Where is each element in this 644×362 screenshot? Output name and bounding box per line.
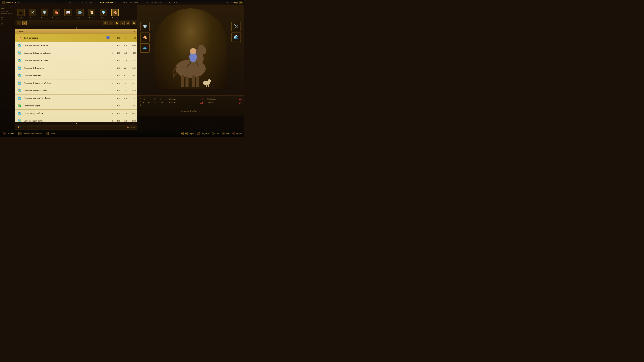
- item-row[interactable]: 🎽 Caparaçon de bourreau simple 100 14.4 …: [15, 57, 137, 64]
- item-weight-10: 12.8: [122, 112, 128, 114]
- item-equip-0: [106, 36, 110, 39]
- lacher-button[interactable]: □ Lâcher: [46, 132, 55, 135]
- armor-val-3: 20: [146, 101, 152, 104]
- tab-livres-label: Livres: [66, 17, 71, 19]
- item-qty-1: 2: [110, 44, 115, 46]
- item-icon-10: 🎽: [16, 110, 22, 116]
- equip-slot-sword[interactable]: ⚔️: [232, 22, 241, 31]
- square-button-2-icon: □: [46, 132, 49, 135]
- nav-journal[interactable]: JOURNAL: [80, 0, 94, 4]
- scroll-up-button[interactable]: ▲: [15, 26, 138, 29]
- list-header-title: Cheval: [17, 30, 24, 33]
- tab-toutes[interactable]: 🏛 Toutes: [15, 8, 27, 19]
- trier-button[interactable]: ↕ Trier: [212, 132, 219, 135]
- item-qty-9: 60: [110, 105, 115, 107]
- square-button-icon: □: [18, 132, 22, 135]
- nav-right: Personnage R2: [228, 1, 242, 4]
- item-row[interactable]: 🎽 Caparaçon de bourreau décoré 2 100 10.…: [15, 42, 137, 49]
- r1-button-icon: R1: [185, 132, 188, 135]
- item-icon-11: 🎽: [16, 118, 22, 122]
- nav-personnage[interactable]: PERSONNAGE: [122, 0, 140, 4]
- svg-rect-12: [208, 84, 209, 87]
- filter-strength[interactable]: 💪: [114, 21, 119, 25]
- item-dur-3: 100: [115, 59, 122, 61]
- r2-button[interactable]: R2: [239, 1, 242, 4]
- item-value-6: 211.9: [128, 82, 136, 84]
- tab-quete[interactable]: 📜 Quête: [86, 8, 98, 19]
- toutes-icon: 🏛: [17, 9, 25, 16]
- l2-button[interactable]: L2: [2, 1, 5, 4]
- item-row[interactable]: 🎽 Caparaçon de Skalice 100 1.7 26.9: [15, 72, 137, 79]
- scroll-down-button[interactable]: ▼: [15, 122, 138, 125]
- tab-armures[interactable]: 🛡️ Armures: [38, 8, 50, 19]
- equip-slots-right: ⚔️ 🌊: [232, 22, 241, 42]
- top-navigation: L2 Infos sur l'objet CARTE JOURNAL INVEN…: [0, 0, 244, 5]
- equip-slot-head[interactable]: 🛡️: [140, 22, 150, 31]
- tab-cheval[interactable]: 🐴 Cheval: [109, 8, 121, 19]
- item-row[interactable]: 🐴 Bride de tournoi 100 2 460: [15, 34, 137, 42]
- filter-bag[interactable]: 👜: [126, 21, 130, 25]
- armor-section: ARMURES: [140, 98, 141, 108]
- tab-armes[interactable]: ⚔️ Armes: [27, 8, 38, 19]
- tab-cheval-label: Cheval: [112, 17, 118, 19]
- stat-capacite: Capacité 338: [169, 102, 204, 104]
- filter-lock[interactable]: 🔒: [132, 21, 136, 25]
- item-dur-2: 100: [115, 52, 122, 54]
- item-dur-7: 100: [115, 90, 122, 92]
- item-value-4: 218.5: [128, 67, 136, 69]
- item-row[interactable]: 🐉 Chanfrein de dragon 60 100 6 1265: [15, 102, 137, 110]
- item-icon-5: 🎽: [16, 73, 22, 78]
- item-weight-2: 33.6: [122, 52, 128, 54]
- x-button-icon: ✕: [3, 132, 6, 135]
- quitter-button[interactable]: ○ Quitter: [232, 132, 242, 135]
- item-name-11: Demi-caparaçon crénelé: [24, 120, 106, 122]
- filter-bar: ≡ A↕ ⛑ # 💪 ❤ 👜 🔒: [15, 20, 138, 26]
- item-dur-8: 100: [115, 97, 122, 99]
- nav-inventaire[interactable]: INVENTAIRE: [99, 0, 117, 4]
- equip-slot-horse[interactable]: 🐴: [140, 32, 150, 42]
- armor-val-4: 20: [152, 101, 158, 104]
- trier-label: Trier: [216, 133, 219, 135]
- item-row[interactable]: 🎽 Demi-caparaçon crénelé 1 100 12.8 262.…: [15, 110, 137, 117]
- nav-fabrication[interactable]: FABRICATION: [144, 0, 163, 4]
- equip-slot-body[interactable]: 🐟: [140, 43, 150, 53]
- transferer-button[interactable]: □ Transférer vers l'inventaire: [18, 132, 42, 135]
- item-weight-9: 6: [122, 105, 128, 107]
- tab-nourriture[interactable]: 🍖 Nourriture: [50, 8, 62, 19]
- item-row[interactable]: 🎽 Caparaçon de Brunswick 100 4.8 218.5: [15, 64, 137, 72]
- aide-icon: ?: [222, 132, 225, 135]
- item-dur-10: 100: [115, 112, 122, 114]
- vitesse-value: 30: [239, 102, 242, 104]
- sort-az-button[interactable]: A↕: [22, 21, 27, 25]
- item-weight-0: 2: [122, 37, 128, 39]
- filter-helmet[interactable]: ⛑: [103, 21, 108, 25]
- capacite-label: Capacité: [169, 102, 176, 104]
- desequiper-button[interactable]: ✕ Déséquiper: [3, 132, 15, 135]
- tab-materiaux[interactable]: ⚙️ Matériaux: [74, 8, 86, 19]
- filter-heart[interactable]: ❤: [120, 21, 124, 25]
- obedience-row: Obéissance de Cabot 55: [140, 109, 242, 114]
- item-dur-1: 100: [115, 44, 122, 46]
- onglets-button[interactable]: L1 R1 Onglets: [180, 132, 194, 135]
- tab-livres[interactable]: 📖 Livres: [62, 8, 74, 19]
- nav-carte[interactable]: CARTE: [66, 0, 76, 4]
- item-row[interactable]: 🎽 Caparaçon de bourreau matelassé 4 100 …: [15, 49, 137, 57]
- filter-button[interactable]: ≡: [16, 21, 21, 25]
- filter-hash[interactable]: #: [109, 21, 113, 25]
- nav-codex[interactable]: CODEX: [168, 0, 179, 4]
- equip-slot-ring[interactable]: 🌊: [232, 32, 241, 42]
- item-row[interactable]: 🎽 Caparaçon matelassé avec harnais 6 100…: [15, 94, 137, 102]
- svg-rect-3: [181, 75, 184, 87]
- armor-val-0: 21: [146, 98, 152, 100]
- item-row[interactable]: 🎽 Caparaçon de tournoi décoré 3 100 8 66…: [15, 87, 137, 94]
- item-weight-6: 5: [122, 82, 128, 84]
- item-row[interactable]: 🎽 Demi-caparaçon crénelé 1 100 12.8 262.…: [15, 117, 137, 122]
- list-close-button[interactable]: ✕: [134, 30, 136, 33]
- categories-button[interactable]: L3 Catégories: [197, 132, 209, 135]
- aide-button[interactable]: ? Aide: [222, 132, 230, 135]
- item-weight-4: 4.8: [122, 67, 128, 69]
- item-row[interactable]: 🎽 Caparaçon de tournoi de Warhorse 2 100…: [15, 79, 137, 87]
- obedience-value: 55: [199, 110, 201, 113]
- tab-autres[interactable]: 💎 Autres: [98, 8, 109, 19]
- stat-endurance: Endurance 148: [208, 98, 242, 100]
